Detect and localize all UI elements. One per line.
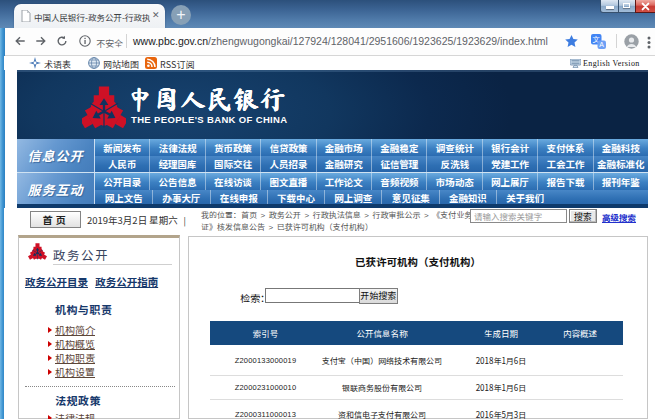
svg-text:A: A (599, 41, 604, 48)
